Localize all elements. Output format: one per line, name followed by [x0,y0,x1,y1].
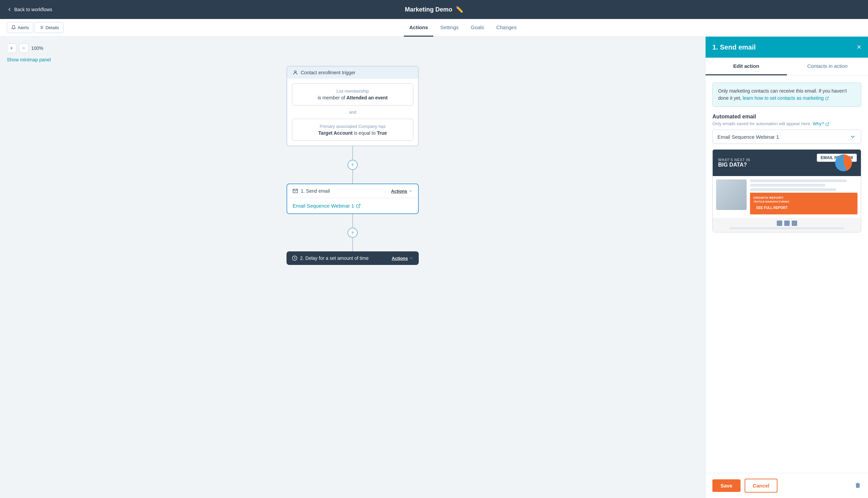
automated-email-label: Automated email [712,114,861,120]
action-1-body: Email Sequence Webinar 1 [287,198,418,213]
tab-edit-action[interactable]: Edit action [706,58,787,75]
action-1-header: 1. Send email Actions [287,184,418,198]
connector-1: + [348,146,358,184]
action-1-title: 1. Send email [293,188,330,194]
preview-chart-graphic [835,154,855,171]
trigger-body: List membership is member of Attended an… [287,79,418,145]
preview-report-box: GROWTH REPORT: TEXTILE MANUFACTURING SEE… [750,193,857,214]
info-box-link[interactable]: learn how to set contacts as marketing [743,95,829,101]
delay-title: 2. Delay for a set amount of time [292,255,369,261]
add-step-button-1[interactable]: + [348,160,358,170]
connector-line-1 [352,146,353,160]
svg-point-6 [294,71,296,73]
workflow-nodes: Contact enrollment trigger List membersh… [7,62,698,265]
panel-footer: Save Cancel [706,473,868,498]
panel-title: 1. Send email [712,43,756,51]
condition-2-label: Primary associated Company has [298,124,408,129]
automated-email-sublabel: Only emails saved for automation will ap… [712,121,861,126]
details-button[interactable]: Details [35,22,63,33]
edit-title-icon[interactable]: ✏️ [456,6,463,13]
preview-headline: WHAT'S NEXT IN BIG DATA? [718,158,831,168]
svg-line-11 [827,122,829,124]
condition-2-box: Primary associated Company has Target Ac… [292,119,413,141]
email-preview-image: WHAT'S NEXT IN BIG DATA? [713,149,861,232]
condition-1-box: List membership is member of Attended an… [292,83,413,105]
delay-node: 2. Delay for a set amount of time Action… [286,251,419,265]
preview-body: GROWTH REPORT: TEXTILE MANUFACTURING SEE… [713,176,861,218]
connector-2: + [348,214,358,251]
email-link[interactable]: Email Sequence Webinar 1 [293,203,413,209]
tab-bar: Alerts Details Actions Settings Goals Ch… [0,19,868,37]
preview-social-icon-2 [784,221,790,226]
alerts-button[interactable]: Alerts [7,22,33,33]
zoom-out-button[interactable]: − [19,43,28,53]
action-1-dropdown[interactable]: Actions [391,188,413,194]
delay-actions-dropdown[interactable]: Actions [392,256,413,261]
preview-person-graphic [716,180,747,210]
tab-contacts-in-action[interactable]: Contacts in action [787,58,868,75]
back-link-label: Back to workflows [14,7,52,12]
condition-2-text: Target Account is equal to True [298,130,408,136]
svg-line-10 [827,97,829,99]
tab-goals[interactable]: Goals [465,19,489,37]
workflow-canvas: + − 100% Show minimap panel Contact enro… [0,37,705,498]
trigger-node: Contact enrollment trigger List membersh… [286,66,419,146]
panel-content: Only marketing contacts can receive this… [706,76,868,473]
preview-social-icon-1 [777,221,782,226]
connector-line-2 [352,170,353,184]
connector-line-3 [352,214,353,228]
why-link[interactable]: Why? [813,121,829,126]
panel-header: 1. Send email × [706,37,868,58]
top-navigation: Back to workflows Marketing Demo ✏️ [0,0,868,19]
preview-social-icon-3 [792,221,797,226]
tab-actions[interactable]: Actions [404,19,433,37]
zoom-level-label: 100% [31,45,43,51]
cancel-button[interactable]: Cancel [745,479,777,493]
panel-tabs: Edit action Contacts in action [706,58,868,76]
email-preview-container: EMAIL PREVIEW WHAT'S NEXT IN BIG DATA? [712,149,861,232]
automated-email-section: Automated email Only emails saved for au… [712,114,861,144]
preview-cta-btn: SEE FULL REPORT [753,205,790,211]
connector-line-4 [352,238,353,251]
and-separator: and [292,109,413,115]
preview-text-content: GROWTH REPORT: TEXTILE MANUFACTURING SEE… [750,180,857,214]
email-select-dropdown[interactable]: Email Sequence Webinar 1 [712,130,861,144]
info-box: Only marketing contacts can receive this… [712,82,861,107]
canvas-controls: + − 100% [7,43,698,53]
zoom-in-button[interactable]: + [7,43,16,53]
tab-changes[interactable]: Changes [491,19,522,37]
condition-1-label: List membership [298,89,408,94]
preview-footer [713,218,861,232]
trigger-header: Contact enrollment trigger [287,66,418,79]
tab-settings[interactable]: Settings [435,19,464,37]
show-minimap-link[interactable]: Show minimap panel [7,57,698,62]
svg-line-8 [358,204,360,206]
preview-footer-text-line [730,227,844,229]
workflow-title: Marketing Demo ✏️ [405,6,463,13]
close-panel-button[interactable]: × [857,43,861,52]
back-to-workflows-link[interactable]: Back to workflows [7,7,52,12]
delete-button[interactable] [854,482,861,489]
send-email-node: 1. Send email Actions Email Sequence Web… [286,184,419,214]
right-panel: 1. Send email × Edit action Contacts in … [705,37,868,498]
condition-1-text: is member of Attended an event [298,95,408,101]
main-layout: + − 100% Show minimap panel Contact enro… [0,37,868,498]
add-step-button-2[interactable]: + [348,228,358,238]
save-button[interactable]: Save [712,479,740,492]
